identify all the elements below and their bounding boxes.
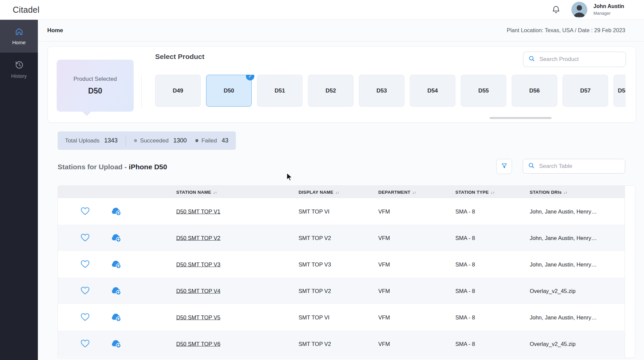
favorite-button[interactable] [80, 339, 90, 349]
station-dris-cell: John, Jane Austin, Henry… [530, 235, 597, 241]
product-card-D51[interactable]: D51 [257, 75, 303, 107]
sort-icon[interactable]: ↓↑ [564, 190, 567, 194]
station-name-link[interactable]: D50 SMT TOP V3 [176, 261, 220, 267]
department-cell: VFM [378, 235, 390, 241]
favorite-button[interactable] [80, 206, 90, 217]
stations-title-product: iPhone D50 [129, 163, 167, 171]
filter-button[interactable] [496, 159, 512, 174]
magnifier-icon [528, 55, 535, 64]
products-scrollbar-thumb[interactable] [490, 117, 552, 119]
department-cell: VFM [378, 208, 390, 215]
search-product-box [523, 52, 626, 67]
user-avatar[interactable] [571, 2, 587, 18]
product-card-label: D55 [478, 87, 489, 94]
column-header-department[interactable]: DEPARTMENT↓↑ [378, 189, 416, 194]
station-dris-cell: Overlay_v2_45.zip [530, 341, 576, 347]
department-cell: VFM [378, 288, 390, 294]
favorite-button[interactable] [80, 233, 90, 243]
cloud-upload-button[interactable] [110, 232, 122, 244]
department-cell: VFM [378, 261, 390, 267]
product-card-label: D50 [223, 87, 234, 94]
product-card-D57[interactable]: D57 [563, 75, 608, 107]
sidebar-item-label: Home [12, 40, 25, 45]
cloud-upload-button[interactable] [110, 312, 122, 323]
station-name-link[interactable]: D50 SMT TOP V4 [176, 288, 220, 294]
table-row: D50 SMT TOP V4 SMT TOP V2 VFM SMA - 8 Ov… [58, 278, 625, 304]
sort-icon[interactable]: ↓↑ [213, 190, 217, 194]
cloud-upload-button[interactable] [110, 338, 122, 350]
notification-bell-icon[interactable] [552, 5, 561, 16]
cloud-upload-button[interactable] [110, 259, 122, 270]
stations-table: STATION NAME↓↑ DISPLAY NAME↓↑ DEPARTMENT… [58, 185, 635, 358]
sort-icon[interactable]: ↓↑ [412, 190, 416, 194]
sidebar-item-history[interactable]: History [0, 53, 38, 86]
display-name-cell: SMT TOP VI [299, 314, 329, 320]
select-product-section: Product Selected D50 Select Product D49D… [48, 46, 636, 123]
favorite-button[interactable] [80, 259, 90, 269]
search-table-box [523, 159, 625, 174]
favorite-button[interactable] [80, 312, 90, 322]
table-body: D50 SMT TOP V1 SMT TOP VI VFM SMA - 8 Jo… [58, 198, 625, 357]
divider [126, 136, 126, 146]
station-name-link[interactable]: D50 SMT TOP V1 [176, 208, 220, 215]
column-header-station-name[interactable]: STATION NAME↓↑ [176, 189, 217, 194]
product-card-D50[interactable]: D50✓ [206, 75, 252, 107]
breadcrumb: Home [47, 19, 63, 41]
selected-check-icon: ✓ [246, 75, 254, 80]
select-product-heading: Select Product [155, 53, 204, 61]
station-name-link[interactable]: D50 SMT TOP V5 [176, 314, 220, 320]
sort-icon[interactable]: ↓↑ [335, 190, 339, 194]
cloud-upload-button[interactable] [110, 285, 122, 297]
product-card-D52[interactable]: D52 [308, 75, 353, 107]
product-card-D56[interactable]: D56 [512, 75, 557, 107]
total-uploads-value: 1343 [104, 137, 118, 144]
product-card-D49[interactable]: D49 [155, 75, 201, 107]
product-card-label: D57 [580, 87, 590, 94]
sort-icon[interactable]: ↓↑ [491, 190, 495, 194]
cloud-upload-button[interactable] [110, 206, 122, 217]
station-name-link[interactable]: D50 SMT TOP V2 [176, 235, 220, 241]
station-name-link[interactable]: D50 SMT TOP V6 [176, 341, 220, 347]
succeeded-value: 1300 [173, 137, 187, 144]
sidebar: Home History [0, 19, 38, 360]
succeeded-dot-icon [134, 139, 137, 142]
breadcrumb-bar: Home Plant Location: Texas, USA / Date :… [38, 19, 644, 42]
display-name-cell: SMT TOP V2 [299, 341, 331, 347]
column-header-display-name[interactable]: DISPLAY NAME↓↑ [299, 189, 339, 194]
table-row: D50 SMT TOP V6 SMT TOP V2 VFM SMA - 8 Ov… [58, 331, 625, 357]
divider [141, 75, 142, 108]
station-type-cell: SMA - 8 [455, 341, 475, 347]
product-card-label: D53 [376, 87, 387, 94]
search-table-input[interactable] [538, 163, 620, 170]
sidebar-item-label: History [11, 73, 27, 79]
product-list: D49D50✓D51D52D53D54D55D56D57D58 [155, 75, 626, 108]
display-name-cell: SMT TOP V3 [299, 261, 331, 267]
total-uploads-label: Total Uploads [65, 137, 100, 144]
station-type-cell: SMA - 8 [455, 261, 475, 267]
search-product-input[interactable] [539, 56, 621, 63]
sidebar-item-home[interactable]: Home [0, 19, 38, 53]
column-header-station-dris[interactable]: STATION DRIs↓↑ [530, 189, 567, 194]
failed-label: Failed [201, 137, 217, 144]
product-selected-pointer [82, 112, 91, 116]
station-type-cell: SMA - 8 [455, 235, 475, 241]
history-clock-icon [14, 60, 24, 71]
stations-title-prefix: Stations for Upload - [58, 163, 129, 171]
favorite-button[interactable] [80, 286, 90, 296]
product-selected-card: Product Selected D50 [57, 60, 134, 112]
product-card-D58[interactable]: D58 [614, 75, 626, 107]
table-scrollbar-track[interactable] [625, 186, 635, 358]
product-card-label: D56 [529, 87, 539, 94]
station-dris-cell: John, Jane Austin, Henry… [530, 314, 597, 320]
column-header-station-type[interactable]: STATION TYPE↓↑ [455, 189, 495, 194]
department-cell: VFM [378, 314, 390, 320]
product-card-D54[interactable]: D54 [410, 75, 455, 107]
product-card-D53[interactable]: D53 [359, 75, 404, 107]
table-row: D50 SMT TOP V5 SMT TOP VI VFM SMA - 8 Jo… [58, 304, 625, 331]
product-card-label: D58 [618, 87, 626, 94]
product-card-D55[interactable]: D55 [461, 75, 506, 107]
failed-dot-icon [195, 139, 198, 142]
succeeded-label: Succeeded [140, 137, 169, 144]
mouse-cursor [286, 172, 294, 183]
station-dris-cell: John, Jane Austin, Henry… [530, 261, 597, 267]
